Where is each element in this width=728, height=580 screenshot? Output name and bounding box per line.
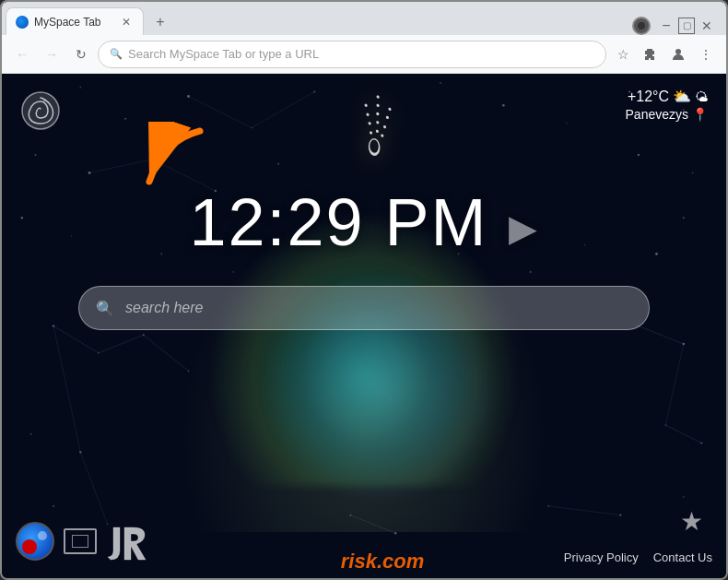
maximize-button[interactable]: ▢ [678,18,695,34]
logo-circle-icon [16,522,54,561]
location-pin-icon: 📍 [692,107,708,122]
nav-bar: ← → ↻ 🔍 Search MySpace Tab or type a URL… [2,35,726,74]
svg-point-35 [53,505,54,507]
svg-point-10 [502,104,505,107]
weather-cloud-icon: ⛅ [673,88,691,105]
tab-title: MySpace Tab [34,16,101,29]
puzzle-icon [643,47,658,62]
svg-line-56 [350,515,395,534]
weather-temperature: +12°C ⛅ 🌤 [626,88,708,105]
clock-display: 12:29 PM ▶ [189,184,538,260]
svg-line-60 [89,160,152,173]
svg-line-50 [144,335,189,371]
svg-line-58 [189,96,252,127]
tab-favicon [16,16,29,29]
svg-point-23 [683,217,685,219]
svg-point-11 [566,123,567,124]
minimize-button[interactable]: − [658,18,675,34]
forward-button[interactable]: → [39,41,65,67]
browser-frame: MySpace Tab ✕ + − ▢ ✕ ← → ↻ 🔍 Search MyS… [0,0,728,580]
extensions-button[interactable] [638,41,663,67]
reload-button[interactable]: ↻ [68,41,94,67]
svg-point-46 [530,271,532,273]
svg-point-24 [655,253,658,255]
svg-point-3 [80,87,82,89]
svg-point-42 [160,253,162,254]
weather-city: Panevezys 📍 [626,107,708,122]
svg-point-39 [683,496,685,498]
bookmark-star-button[interactable]: ☆ [610,41,636,67]
svg-point-22 [71,235,72,236]
svg-point-14 [34,154,36,156]
active-tab[interactable]: MySpace Tab ✕ [6,7,144,35]
download-icon [632,17,651,35]
svg-point-21 [21,217,24,219]
profile-button[interactable] [665,41,691,67]
address-bar[interactable]: 🔍 Search MySpace Tab or type a URL [98,41,606,68]
svg-line-51 [53,326,80,453]
contact-us-link[interactable]: Contact Us [653,550,712,564]
close-button[interactable]: ✕ [699,18,715,34]
svg-line-52 [80,452,107,524]
address-text: Search MySpace Tab or type a URL [128,47,319,61]
svg-line-57 [548,506,620,515]
svg-point-0 [638,22,645,30]
svg-point-18 [277,163,279,165]
cursor-indicator: ▶ [509,207,539,248]
svg-point-19 [638,154,640,156]
search-bar[interactable]: 🔍 [78,286,650,330]
svg-point-47 [584,244,586,246]
user-icon [671,47,686,62]
svg-point-9 [440,82,441,84]
search-icon: 🔍 [96,300,114,317]
weather-extra-icon: 🌤 [695,89,708,104]
svg-point-31 [30,433,32,435]
svg-line-55 [665,344,684,425]
weather-widget: +12°C ⛅ 🌤 Panevezys 📍 [626,88,708,122]
svg-line-54 [665,425,701,444]
search-container: 🔍 [78,286,650,330]
myspacetab-logo [20,90,61,131]
svg-point-4 [124,118,126,120]
address-search-icon: 🔍 [110,48,123,60]
tab-bar: MySpace Tab ✕ + − ▢ ✕ [2,2,726,35]
footer-links: Privacy Policy Contact Us [564,550,712,564]
nav-actions: ☆ ⋮ [610,41,719,67]
new-tab-button[interactable]: + [147,9,173,35]
content-area: ☄ +12°C ⛅ 🌤 Panevezys 📍 [2,74,726,578]
privacy-policy-link[interactable]: Privacy Policy [564,550,639,564]
svg-point-20 [692,172,694,174]
search-input[interactable] [125,300,632,316]
bottom-logo [16,518,180,564]
bracket-icon [64,528,97,554]
svg-line-59 [252,92,314,128]
star-bookmark[interactable]: ★ [680,506,703,537]
back-button[interactable]: ← [9,41,35,67]
space-background: ☄ +12°C ⛅ 🌤 Panevezys 📍 [2,74,726,578]
svg-line-49 [99,335,144,353]
jr-logo-text [106,518,180,564]
svg-point-1 [675,49,681,54]
risk-watermark: risk.com [341,550,425,574]
menu-button[interactable]: ⋮ [693,41,719,67]
tab-close-button[interactable]: ✕ [119,15,134,30]
